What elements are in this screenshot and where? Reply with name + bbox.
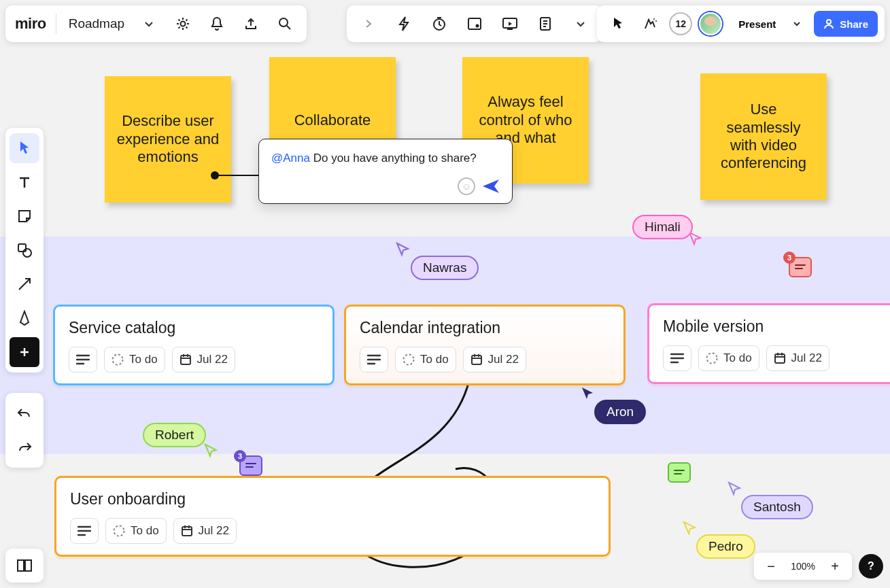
card-mobile-version[interactable]: Mobile version To do Jul 22 bbox=[647, 303, 890, 384]
svg-rect-11 bbox=[468, 18, 481, 29]
comment-count: 3 bbox=[234, 450, 246, 462]
sticky-note[interactable]: Use seamlessly with video conferencing bbox=[700, 73, 827, 200]
user-cursor-icon bbox=[683, 521, 698, 536]
comment-bubble[interactable]: 3 bbox=[239, 455, 262, 476]
card-desc-chip[interactable] bbox=[70, 518, 99, 544]
comment-text[interactable]: @Anna Do you have anything to share? bbox=[271, 152, 500, 165]
svg-rect-1 bbox=[181, 356, 190, 364]
present-button[interactable]: Present bbox=[729, 11, 785, 37]
help-button[interactable]: ? bbox=[859, 554, 883, 578]
description-icon bbox=[76, 354, 90, 365]
presentation-icon[interactable] bbox=[498, 12, 522, 36]
comment-anchor-line bbox=[215, 175, 258, 176]
zoom-out-button[interactable]: − bbox=[759, 555, 783, 578]
svg-point-15 bbox=[653, 18, 655, 20]
user-avatar[interactable] bbox=[699, 12, 722, 35]
svg-rect-21 bbox=[25, 560, 31, 571]
zoom-in-button[interactable]: + bbox=[823, 555, 846, 578]
sticky-note[interactable]: Describe user experience and emotions bbox=[105, 76, 231, 203]
expand-chevron-icon[interactable] bbox=[356, 12, 381, 36]
calendar-icon bbox=[181, 525, 193, 537]
comment-body: Do you have anything to share? bbox=[310, 152, 477, 165]
share-label: Share bbox=[840, 18, 868, 30]
card-title: Service catalog bbox=[69, 319, 319, 337]
divider bbox=[56, 14, 56, 34]
user-pill-nawras: Nawras bbox=[411, 256, 479, 280]
search-icon[interactable] bbox=[273, 12, 297, 36]
bolt-icon[interactable] bbox=[392, 12, 416, 36]
card-calendar-integration[interactable]: Calendar integration To do Jul 22 bbox=[344, 305, 626, 385]
card-date: Jul 22 bbox=[791, 351, 822, 365]
svg-rect-3 bbox=[472, 356, 481, 364]
lines-icon bbox=[245, 462, 256, 469]
timer-icon[interactable] bbox=[427, 12, 451, 36]
redo-button[interactable] bbox=[10, 432, 39, 462]
send-icon[interactable] bbox=[482, 178, 500, 194]
card-user-onboarding[interactable]: User onboarding To do Jul 22 bbox=[54, 476, 611, 557]
top-left-toolbar: miro Roadmap bbox=[5, 5, 307, 42]
card-status-chip[interactable]: To do bbox=[395, 347, 456, 373]
cursor-tool-icon[interactable] bbox=[606, 12, 631, 36]
comment-bubble[interactable] bbox=[668, 462, 691, 483]
board-menu-chevron-icon[interactable] bbox=[137, 12, 161, 36]
minimap-toggle[interactable] bbox=[5, 549, 44, 583]
svg-point-19 bbox=[23, 249, 31, 257]
lines-icon bbox=[674, 469, 685, 476]
share-button[interactable]: Share bbox=[814, 11, 878, 37]
shape-tool[interactable] bbox=[10, 235, 39, 265]
notes-icon[interactable] bbox=[533, 12, 558, 36]
sticky-tool[interactable] bbox=[10, 201, 39, 231]
svg-point-12 bbox=[476, 24, 479, 28]
comment-bubble[interactable]: 3 bbox=[789, 257, 812, 277]
viewer-count-badge[interactable]: 12 bbox=[669, 12, 692, 35]
card-title: Mobile version bbox=[663, 317, 890, 336]
svg-point-0 bbox=[113, 355, 123, 365]
card-desc-chip[interactable] bbox=[69, 347, 97, 373]
svg-rect-7 bbox=[182, 527, 192, 536]
arrow-tool[interactable] bbox=[10, 269, 39, 299]
board-name[interactable]: Roadmap bbox=[66, 16, 127, 31]
emoji-icon[interactable]: ☺ bbox=[458, 177, 475, 195]
notifications-bell-icon[interactable] bbox=[205, 12, 229, 36]
export-upload-icon[interactable] bbox=[239, 12, 263, 36]
user-cursor-icon bbox=[204, 443, 219, 458]
card-title: Calendar integration bbox=[360, 319, 610, 337]
add-tool[interactable] bbox=[10, 337, 39, 367]
lines-icon bbox=[795, 264, 806, 271]
card-status: To do bbox=[131, 524, 159, 538]
top-right-toolbar: 12 Present Share bbox=[597, 5, 885, 42]
zoom-level[interactable]: 100% bbox=[787, 561, 819, 572]
present-chevron-icon[interactable] bbox=[787, 11, 807, 37]
sticky-text: Describe user experience and emotions bbox=[116, 112, 220, 166]
pen-tool[interactable] bbox=[10, 303, 39, 333]
card-date-chip[interactable]: Jul 22 bbox=[173, 518, 237, 544]
reactions-icon[interactable] bbox=[638, 12, 662, 36]
svg-rect-5 bbox=[775, 354, 785, 363]
present-group: Present bbox=[729, 11, 807, 37]
card-status-chip[interactable]: To do bbox=[104, 347, 165, 373]
card-service-catalog[interactable]: Service catalog To do Jul 22 bbox=[53, 305, 335, 385]
select-tool[interactable] bbox=[10, 133, 39, 163]
undo-button[interactable] bbox=[10, 398, 39, 428]
voting-icon[interactable] bbox=[462, 12, 487, 36]
card-date-chip[interactable]: Jul 22 bbox=[172, 347, 235, 373]
comment-dialog[interactable]: @Anna Do you have anything to share? ☺ bbox=[258, 139, 513, 204]
card-status-chip[interactable]: To do bbox=[105, 518, 167, 544]
card-date: Jul 22 bbox=[488, 353, 519, 366]
comment-count: 3 bbox=[783, 252, 795, 264]
card-date-chip[interactable]: Jul 22 bbox=[766, 345, 829, 371]
card-status-chip[interactable]: To do bbox=[698, 345, 759, 371]
card-desc-chip[interactable] bbox=[360, 347, 388, 373]
status-icon bbox=[113, 525, 125, 537]
description-icon bbox=[367, 354, 381, 365]
description-icon bbox=[78, 525, 91, 536]
user-cursor-icon bbox=[396, 242, 411, 257]
miro-logo[interactable]: miro bbox=[15, 15, 46, 33]
card-desc-chip[interactable] bbox=[663, 345, 691, 371]
card-title: User onboarding bbox=[70, 490, 595, 508]
svg-point-17 bbox=[827, 20, 831, 24]
more-chevron-icon[interactable] bbox=[568, 12, 593, 36]
text-tool[interactable] bbox=[10, 167, 39, 197]
card-date-chip[interactable]: Jul 22 bbox=[463, 347, 526, 373]
settings-gear-icon[interactable] bbox=[171, 12, 195, 36]
